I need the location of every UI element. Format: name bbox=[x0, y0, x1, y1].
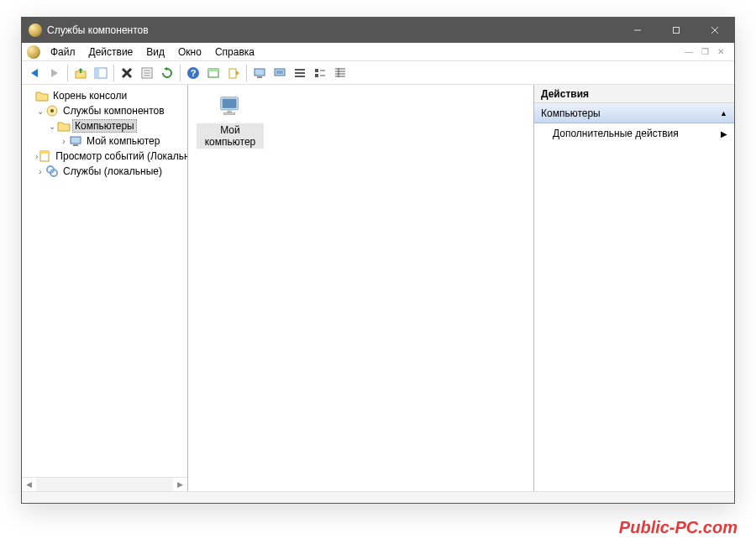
expand-icon[interactable]: › bbox=[35, 167, 45, 176]
view-details-button[interactable] bbox=[331, 64, 349, 82]
computer-small-icon bbox=[253, 66, 266, 80]
new-window-button[interactable] bbox=[204, 64, 223, 82]
export-button[interactable] bbox=[224, 64, 243, 82]
menu-file[interactable]: Файл bbox=[44, 44, 82, 60]
up-button[interactable] bbox=[71, 64, 90, 82]
scroll-right-button[interactable]: ▶ bbox=[173, 478, 187, 491]
svg-rect-17 bbox=[229, 69, 236, 78]
folder-up-icon bbox=[74, 66, 87, 80]
mdi-close-button[interactable]: ✕ bbox=[714, 46, 727, 58]
submenu-arrow-icon: ▶ bbox=[721, 129, 727, 139]
svg-rect-26 bbox=[315, 69, 318, 72]
detail-small-icon bbox=[273, 66, 286, 80]
svg-rect-18 bbox=[255, 69, 265, 76]
mdi-restore-button[interactable]: ❐ bbox=[698, 46, 711, 58]
workarea: Корень консоли ⌄ Службы компонентов ⌄ Ко… bbox=[22, 85, 734, 491]
svg-rect-20 bbox=[275, 69, 285, 76]
content-pane[interactable]: Мой компьютер bbox=[188, 85, 534, 491]
app-icon bbox=[29, 24, 42, 37]
view-tiles-button[interactable] bbox=[291, 64, 309, 82]
collapse-icon[interactable]: ⌄ bbox=[47, 122, 57, 131]
forward-button[interactable] bbox=[45, 64, 64, 82]
mdi-minimize-button[interactable]: — bbox=[682, 46, 696, 58]
view-list-button[interactable] bbox=[311, 64, 329, 82]
console-tree[interactable]: Корень консоли ⌄ Службы компонентов ⌄ Ко… bbox=[22, 85, 187, 477]
export-icon bbox=[227, 66, 240, 80]
svg-rect-40 bbox=[40, 151, 49, 154]
collapse-arrow-icon: ▲ bbox=[720, 109, 727, 118]
menu-window[interactable]: Окно bbox=[171, 44, 208, 60]
view-computers-button[interactable] bbox=[250, 64, 269, 82]
svg-rect-27 bbox=[315, 74, 318, 77]
label-line: Мой bbox=[198, 124, 262, 136]
tree-root[interactable]: Корень консоли bbox=[24, 88, 187, 103]
computer-large-icon bbox=[197, 92, 264, 122]
content-item-my-computer[interactable]: Мой компьютер bbox=[197, 92, 264, 149]
svg-rect-37 bbox=[71, 137, 81, 144]
computer-icon bbox=[69, 134, 82, 148]
watermark-text: Public-PC.com bbox=[619, 518, 738, 537]
scroll-left-button[interactable]: ◀ bbox=[22, 478, 36, 491]
tree-label: Службы компонентов bbox=[60, 104, 167, 118]
svg-rect-16 bbox=[208, 69, 218, 71]
tree-my-computer[interactable]: › Мой компьютер bbox=[24, 133, 187, 149]
mdi-controls: — ❐ ✕ bbox=[682, 46, 731, 58]
actions-more-label: Дополнительные действия bbox=[553, 128, 679, 139]
forward-arrow-icon bbox=[48, 66, 61, 80]
minimize-button[interactable] bbox=[618, 18, 657, 43]
list-icon bbox=[313, 66, 327, 80]
svg-rect-38 bbox=[73, 144, 78, 146]
help-icon: ? bbox=[186, 66, 200, 80]
window-icon bbox=[207, 66, 220, 80]
view-apps-button[interactable] bbox=[270, 64, 289, 82]
tree-event-viewer[interactable]: › Просмотр событий (Локальный) bbox=[24, 149, 187, 164]
show-hide-tree-button[interactable] bbox=[92, 64, 110, 82]
refresh-button[interactable] bbox=[158, 64, 176, 82]
back-button[interactable] bbox=[25, 64, 44, 82]
actions-section[interactable]: Компьютеры ▲ bbox=[534, 103, 734, 123]
details-icon bbox=[333, 66, 347, 80]
properties-button[interactable] bbox=[138, 64, 156, 82]
minimize-icon bbox=[633, 26, 642, 34]
actions-more[interactable]: Дополнительные действия ▶ bbox=[534, 123, 734, 144]
tree-label: Просмотр событий (Локальный) bbox=[53, 149, 187, 163]
app-window: Службы компонентов Файл Действие Вид Окн… bbox=[21, 17, 735, 504]
tree-label: Мой компьютер bbox=[84, 134, 162, 148]
menu-help[interactable]: Справка bbox=[208, 44, 261, 60]
maximize-button[interactable] bbox=[657, 18, 696, 43]
help-button[interactable]: ? bbox=[184, 64, 202, 82]
tree-label-selected: Компьютеры bbox=[72, 119, 137, 133]
delete-button[interactable] bbox=[118, 64, 136, 82]
tree-component-services[interactable]: ⌄ Службы компонентов bbox=[24, 103, 187, 118]
component-services-icon bbox=[45, 104, 59, 118]
content-item-label: Мой компьютер bbox=[197, 123, 264, 149]
actions-section-title: Компьютеры bbox=[541, 107, 601, 119]
expand-icon[interactable]: › bbox=[59, 137, 69, 146]
collapse-icon[interactable]: ⌄ bbox=[35, 107, 45, 116]
close-icon bbox=[711, 26, 719, 34]
menu-view[interactable]: Вид bbox=[139, 44, 171, 60]
delete-icon bbox=[121, 67, 133, 79]
mmc-icon bbox=[27, 45, 40, 59]
tree-label: Службы (локальные) bbox=[60, 165, 165, 178]
horizontal-scrollbar[interactable]: ◀ ▶ bbox=[22, 477, 187, 491]
svg-rect-44 bbox=[223, 99, 237, 108]
titlebar[interactable]: Службы компонентов bbox=[22, 18, 734, 43]
folder-icon bbox=[35, 89, 49, 102]
close-button[interactable] bbox=[696, 18, 734, 43]
actions-pane: Действия Компьютеры ▲ Дополнительные дей… bbox=[534, 85, 734, 491]
scroll-track[interactable] bbox=[36, 478, 173, 491]
tiles-icon bbox=[293, 66, 307, 80]
svg-point-36 bbox=[50, 109, 54, 112]
tree-local-services[interactable]: › Службы (локальные) bbox=[24, 164, 187, 179]
event-viewer-icon bbox=[38, 149, 51, 163]
svg-rect-6 bbox=[95, 68, 99, 78]
menubar: Файл Действие Вид Окно Справка — ❐ ✕ bbox=[22, 43, 734, 61]
tree-label: Корень консоли bbox=[50, 89, 129, 102]
tree-computers[interactable]: ⌄ Компьютеры bbox=[24, 118, 187, 133]
menu-action[interactable]: Действие bbox=[82, 44, 140, 60]
window-title: Службы компонентов bbox=[47, 24, 149, 36]
folder-icon bbox=[57, 119, 71, 133]
svg-rect-46 bbox=[224, 113, 235, 115]
maximize-icon bbox=[672, 26, 680, 34]
